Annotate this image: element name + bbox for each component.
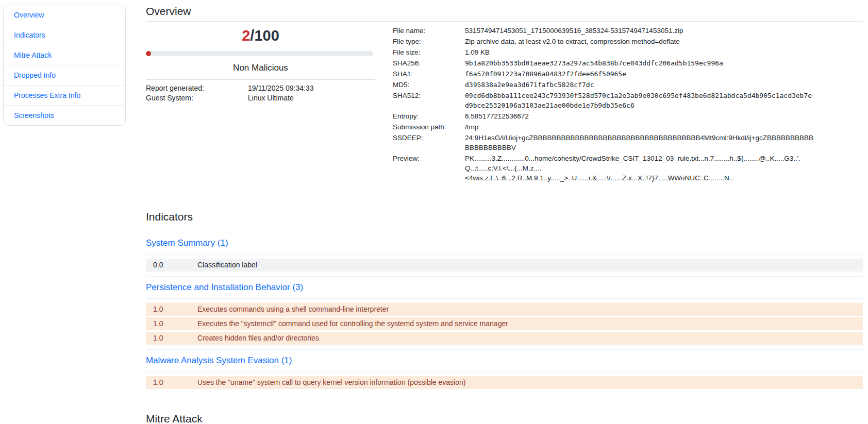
file-detail-label: SSDEEP: [393,133,465,152]
signature-text: Executes the "systemctl" command used fo… [197,319,863,328]
file-detail-value: 09cd6db8bba111cee243c793930f528d570c1a2e… [465,91,815,110]
overview-heading: Overview [146,0,863,22]
signature-group-title[interactable]: Persistence and Installation Behavior (3… [146,276,863,299]
file-detail-row-ssdeep: SSDEEP: 24:9H1esG/l/Uioj+gcZBBBBBBBBBBBB… [393,133,815,154]
file-detail-label: SHA1: [393,69,465,79]
signature-score: 0.0 [146,261,197,269]
file-detail-row-file-size: File size: 1.09 KB [393,47,815,58]
file-detail-value: /tmp [465,122,815,132]
signature-row: 1.0 Executes commands using a shell comm… [146,303,863,316]
signature-row: 1.0 Executes the "systemctl" command use… [146,317,863,330]
report-nav-sidebar: Overview Indicators Mitre Attack Dropped… [3,5,126,126]
signature-text: Creates hidden files and/or directories [197,334,863,343]
file-detail-label: MD5: [393,80,465,90]
sidebar-item-overview[interactable]: Overview [4,5,125,25]
preview-line: Q..;t.....c;V.l.<\...{...M.z.... [465,163,815,173]
file-detail-value: 24:9H1esG/l/Uioj+gcZBBBBBBBBBBBBBBBBBBBB… [465,133,815,152]
sidebar-item-indicators[interactable]: Indicators [4,25,125,45]
mitre-section: Mitre Attack Resource Development T1064 … [146,408,863,424]
file-detail-row-file-name: File name: 5315749471453051_171500063951… [393,26,815,37]
report-content: Overview 2/100 Non Malicious Report gene… [146,0,863,424]
sidebar-item-processes-extra-info[interactable]: Processes Extra Info [4,86,125,106]
file-detail-label: File size: [393,47,465,57]
signature-score: 1.0 [146,319,197,328]
score-panel: 2/100 Non Malicious Report generated: 19… [146,22,375,103]
signature-group-persistence: Persistence and Installation Behavior (3… [146,276,863,345]
score-value: 2 [242,27,250,44]
file-details-table: File name: 5315749471453051_171500063951… [393,22,815,184]
signature-text: Classification label [197,261,863,269]
file-detail-value: f6a570f091223a70896a84832f2fdee66f50965e [465,69,815,79]
meta-value: Linux Ultimate [248,93,294,103]
meta-label: Report generated: [146,83,248,93]
file-detail-value: d395838a2e9ea3d671fafbc5828cf7dc [465,80,815,90]
signature-text: Uses the "uname" system call to query ke… [197,378,863,387]
signature-group-title[interactable]: System Summary (1) [146,232,863,255]
file-detail-value: 5315749471453051_1715000639516_385324-53… [465,26,815,36]
score-total: /100 [250,27,279,44]
sidebar-item-screenshots[interactable]: Screenshots [4,106,125,125]
malice-score: 2/100 [146,27,375,44]
meta-row-report-generated: Report generated: 19/11/2025 09:34:33 [146,83,375,93]
file-detail-label: File type: [393,37,465,46]
sidebar-item-dropped-info[interactable]: Dropped Info [4,65,125,86]
file-detail-value: PK.........3.Z............0...home/cohes… [465,154,815,183]
signature-score: 1.0 [146,305,197,314]
score-progress-fill [146,51,151,56]
file-detail-value: Zip archive data, at least v2.0 to extra… [465,37,815,46]
file-detail-label: SHA256: [393,58,465,68]
signature-row: 0.0 Classification label [146,259,863,272]
file-detail-row-submission-path: Submission path: /tmp [393,122,815,133]
file-detail-value: 9b1a820bb3533bd01aeae3273a297ac54b838b7c… [465,58,815,68]
file-detail-row-md5: MD5: d395838a2e9ea3d671fafbc5828cf7dc [393,80,815,91]
file-detail-row-sha512: SHA512: 09cd6db8bba111cee243c793930f528d… [393,91,815,111]
mitre-heading: Mitre Attack [146,408,863,424]
meta-value: 19/11/2025 09:34:33 [248,83,313,93]
file-detail-value: 6.585177212536672 [465,111,815,121]
report-meta-table: Report generated: 19/11/2025 09:34:33 Gu… [146,79,375,103]
file-detail-row-sha1: SHA1: f6a570f091223a70896a84832f2fdee66f… [393,69,815,80]
preview-line: PK.........3.Z............0...home/cohes… [465,154,815,163]
preview-line: <4wis.z.f..\..6...2.R..M.9.1..y....._>..… [465,173,815,183]
sidebar-item-mitre-attack[interactable]: Mitre Attack [4,45,125,65]
score-progressbar [146,51,373,56]
signature-row: 1.0 Uses the "uname" system call to quer… [146,376,863,389]
file-detail-row-file-type: File type: Zip archive data, at least v2… [393,37,815,47]
file-detail-row-entropy: Entropy: 6.585177212536672 [393,111,815,122]
meta-label: Guest System: [146,93,248,103]
signature-group-evasion: Malware Analysis System Evasion (1) 1.0 … [146,349,863,389]
file-detail-value: 1.09 KB [465,47,815,57]
indicators-section: Indicators System Summary (1) 0.0 Classi… [146,206,863,389]
file-detail-label: File name: [393,26,465,36]
file-detail-label: Preview: [393,154,465,183]
file-detail-row-preview: Preview: PK.........3.Z............0...h… [393,154,815,184]
verdict-label: Non Malicious [146,63,375,73]
meta-row-guest-system: Guest System: Linux Ultimate [146,93,375,103]
signature-row: 1.0 Creates hidden files and/or director… [146,332,863,345]
signature-score: 1.0 [146,334,197,343]
indicators-heading: Indicators [146,206,863,227]
file-detail-label: Submission path: [393,122,465,132]
overview-section: Overview 2/100 Non Malicious Report gene… [146,0,863,184]
file-detail-label: Entropy: [393,111,465,121]
signature-group-title[interactable]: Malware Analysis System Evasion (1) [146,349,863,372]
file-detail-label: SHA512: [393,91,465,110]
signature-score: 1.0 [146,378,197,387]
signature-group-system-summary: System Summary (1) 0.0 Classification la… [146,232,863,272]
signature-text: Executes commands using a shell command-… [197,305,863,314]
file-detail-row-sha256: SHA256: 9b1a820bb3533bd01aeae3273a297ac5… [393,58,815,69]
